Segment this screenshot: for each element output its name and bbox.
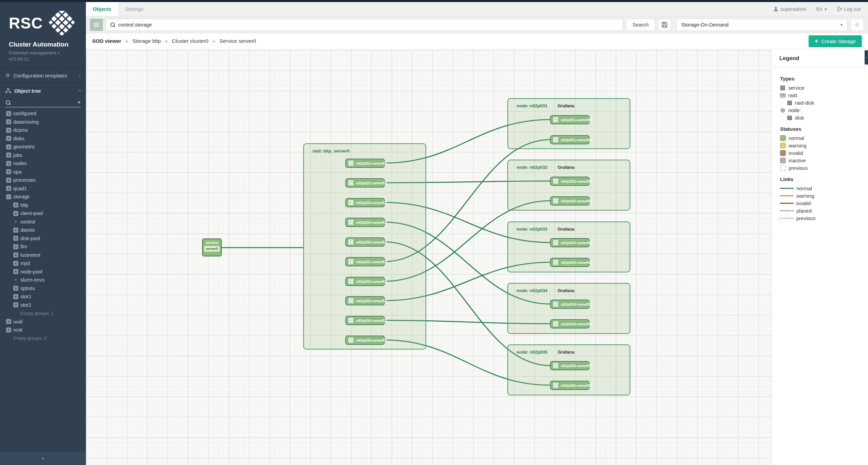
- tree-item-stor1[interactable]: +stor1: [0, 292, 86, 301]
- language-select[interactable]: En ▾: [816, 6, 827, 12]
- menu-button[interactable]: [90, 19, 103, 31]
- node-disk-chip[interactable]: n02p035-nvmef02: [550, 381, 590, 390]
- tree-item-lustretest[interactable]: +lustretest: [0, 251, 86, 260]
- tree-item-node-pool[interactable]: +node-pool: [0, 268, 86, 276]
- tree-item-opa[interactable]: +opa: [0, 168, 86, 176]
- user-menu-button[interactable]: superadmin: [774, 6, 806, 12]
- tree-item-datamoving[interactable]: +datamoving: [0, 118, 86, 126]
- breadcrumb-service[interactable]: Service server0: [219, 38, 256, 44]
- raid-disk-chip[interactable]: n02p032-nvmef01: [345, 178, 385, 187]
- legend-collapse-handle[interactable]: »: [865, 50, 868, 65]
- tree-item-client-pool[interactable]: +client-pool: [0, 209, 86, 218]
- expand-icon[interactable]: +: [6, 153, 11, 158]
- raid-disk-chip[interactable]: n02p033-nvmef02: [345, 296, 385, 305]
- expand-icon[interactable]: +: [13, 286, 18, 291]
- raid-disk-chip[interactable]: n02p031-nvmef01: [345, 159, 385, 168]
- expand-icon[interactable]: +: [13, 244, 18, 249]
- expand-icon[interactable]: +: [6, 128, 11, 133]
- breadcrumb-storage[interactable]: Storage bltp: [132, 38, 161, 44]
- expand-icon[interactable]: +: [6, 161, 11, 166]
- grafana-link[interactable]: Grafana: [558, 165, 574, 170]
- tree-item-quad1[interactable]: +quad1: [0, 184, 86, 193]
- node-disk-chip[interactable]: n02p032-nvmef01: [550, 177, 590, 186]
- grafana-link[interactable]: Grafana: [558, 227, 574, 232]
- expand-icon[interactable]: +: [6, 144, 11, 149]
- tree-item-jobs[interactable]: +jobs: [0, 151, 86, 160]
- node-disk-chip[interactable]: n02p033-nvmef02: [550, 258, 590, 267]
- raid-disk-chip[interactable]: n02p033-nvmef01: [345, 198, 385, 207]
- tree-item-dcpms[interactable]: +dcpms: [0, 126, 86, 135]
- raid-disk-chip[interactable]: n02p034-nvmef02: [345, 316, 385, 325]
- expand-icon[interactable]: +: [13, 261, 18, 266]
- object-tree-search[interactable]: ×: [5, 100, 80, 107]
- object-search-input[interactable]: control.storage: [106, 19, 623, 31]
- tree-item-geometric[interactable]: +geometric: [0, 143, 86, 151]
- save-search-button[interactable]: [658, 19, 671, 31]
- raid-disk-chip[interactable]: n02p031-nvmef02: [345, 257, 385, 266]
- object-tree-header[interactable]: Object tree ‹: [0, 83, 86, 98]
- raid-disk-chip[interactable]: n02p035-nvmef02: [345, 336, 385, 345]
- service-box[interactable]: service server0: [202, 238, 222, 256]
- node-disk-chip[interactable]: n02p035-nvmef01: [550, 361, 590, 370]
- collapse-icon[interactable]: −: [6, 194, 11, 199]
- node-disk-chip[interactable]: n02p031-nvmef01: [550, 115, 590, 124]
- sod-diagram-canvas[interactable]: service server0 raid: bltp_server0 n02p0…: [86, 50, 772, 465]
- tree-item-stor2[interactable]: +stor2: [0, 301, 86, 309]
- tree-item-uuid[interactable]: +uuid: [0, 318, 86, 326]
- expand-icon[interactable]: +: [13, 252, 18, 257]
- edition-dropdown[interactable]: Extended management ▾: [0, 48, 86, 55]
- expand-icon[interactable]: +: [13, 294, 18, 299]
- expand-icon[interactable]: +: [13, 302, 18, 307]
- tree-item-slurm-envs[interactable]: •slurm-envs: [0, 276, 86, 284]
- raid-disk-chip[interactable]: n02p034-nvmef01: [345, 218, 385, 227]
- tree-item-bltp[interactable]: +bltp: [0, 201, 86, 210]
- favorite-button[interactable]: ☆: [850, 19, 864, 31]
- sidebar-collapse-bar[interactable]: ‹: [0, 451, 86, 465]
- expand-icon[interactable]: +: [6, 319, 11, 324]
- tree-item-disk-pool[interactable]: +disk-pool: [0, 234, 86, 243]
- node-disk-chip[interactable]: n02p034-nvmef02: [550, 319, 590, 328]
- node-disk-chip[interactable]: n02p033-nvmef01: [550, 238, 590, 247]
- sidebar-item-configuration-templates[interactable]: ⚙ Configuration templates ‹: [0, 68, 86, 83]
- node-disk-chip[interactable]: n02p031-nvmef02: [550, 135, 590, 144]
- tree-item-processes[interactable]: +processes: [0, 176, 86, 184]
- clear-search-icon[interactable]: ×: [78, 100, 80, 105]
- logout-button[interactable]: Log out: [837, 6, 861, 12]
- breadcrumb-cluster[interactable]: Cluster cluster0: [172, 38, 209, 44]
- tree-item-xcat[interactable]: +xcat: [0, 326, 86, 334]
- expand-icon[interactable]: +: [6, 186, 11, 191]
- node-disk-chip[interactable]: n02p034-nvmef01: [550, 300, 590, 309]
- node-disk-chip[interactable]: n02p032-nvmef02: [550, 196, 590, 205]
- create-storage-button[interactable]: + Create Storage: [809, 35, 862, 47]
- grafana-link[interactable]: Grafana: [558, 288, 574, 293]
- expand-icon[interactable]: +: [6, 169, 11, 174]
- grafana-link[interactable]: Grafana: [558, 103, 574, 108]
- search-button[interactable]: Search: [626, 19, 655, 31]
- tree-item-daosio[interactable]: +daosio: [0, 226, 86, 234]
- service-name-chip[interactable]: server0: [204, 246, 220, 252]
- expand-icon[interactable]: +: [13, 211, 18, 216]
- expand-icon[interactable]: +: [6, 136, 11, 141]
- tree-item-control[interactable]: •control: [0, 218, 86, 226]
- tree-item-disks[interactable]: +disks: [0, 135, 86, 143]
- raid-disk-chip[interactable]: n02p032-nvmef02: [345, 277, 385, 286]
- tree-item-nodes[interactable]: +nodes: [0, 159, 86, 168]
- raid-disk-chip[interactable]: n02p035-nvmef01: [345, 237, 385, 247]
- expand-icon[interactable]: +: [6, 178, 11, 183]
- tree-item-configured[interactable]: +configured: [0, 109, 86, 118]
- tab-objects[interactable]: Objects: [86, 2, 118, 16]
- expand-icon[interactable]: +: [13, 228, 18, 233]
- tab-settings[interactable]: Settings: [118, 2, 150, 16]
- grafana-link[interactable]: Grafana: [558, 350, 574, 355]
- breadcrumb-sod-viewer[interactable]: SOD viewer: [92, 38, 121, 44]
- expand-icon[interactable]: +: [6, 327, 11, 333]
- tree-item-storage[interactable]: −storage: [0, 193, 86, 201]
- expand-icon[interactable]: +: [6, 111, 11, 116]
- expand-icon[interactable]: +: [13, 269, 18, 274]
- expand-icon[interactable]: +: [6, 119, 11, 124]
- view-select[interactable]: Storage-On-Demand ▾: [676, 19, 848, 31]
- expand-icon[interactable]: +: [13, 202, 18, 208]
- tree-item-flnr[interactable]: +flnr: [0, 243, 86, 251]
- tree-item-mpd[interactable]: +mpd: [0, 259, 86, 268]
- tree-item-spbstu[interactable]: +spbstu: [0, 284, 86, 293]
